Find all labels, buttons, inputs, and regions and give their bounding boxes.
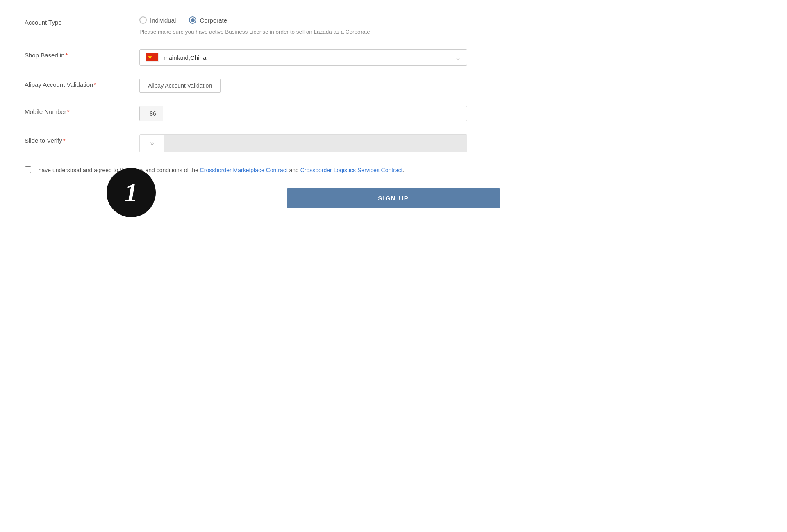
slide-verify-content: » — [139, 134, 762, 152]
mobile-input-group: +86 — [139, 106, 467, 121]
radio-individual-circle — [139, 16, 147, 24]
terms-checkbox[interactable] — [25, 166, 31, 173]
signup-button[interactable]: SIGN UP — [287, 188, 500, 208]
radio-individual[interactable]: Individual — [139, 16, 176, 24]
mobile-row: Mobile Number* +86 — [25, 106, 762, 121]
china-flag-icon — [146, 53, 159, 62]
slide-handle[interactable]: » — [140, 135, 164, 152]
shop-based-label: Shop Based in* — [25, 49, 139, 59]
shop-based-value: mainland,China — [164, 54, 206, 61]
alipay-required: * — [94, 81, 96, 88]
alipay-content: Alipay Account Validation — [139, 79, 762, 93]
mobile-input[interactable] — [163, 106, 467, 121]
alipay-row: Alipay Account Validation* Alipay Accoun… — [25, 79, 762, 93]
slide-arrow-icon: » — [150, 140, 154, 147]
alipay-label: Alipay Account Validation* — [25, 79, 139, 88]
radio-individual-label: Individual — [150, 17, 176, 24]
account-type-radio-group: Individual Corporate — [139, 16, 762, 24]
badge-1: 1 — [107, 168, 156, 217]
radio-corporate-circle — [189, 16, 196, 24]
radio-corporate[interactable]: Corporate — [189, 16, 227, 24]
slide-track — [164, 135, 467, 152]
terms-text-and: and — [288, 167, 300, 173]
shop-based-select[interactable]: mainland,China ⌄ — [139, 49, 467, 66]
mobile-content: +86 — [139, 106, 762, 121]
slide-required: * — [63, 137, 66, 144]
mobile-required: * — [67, 108, 70, 115]
terms-text-end: . — [403, 167, 405, 173]
account-type-label: Account Type — [25, 16, 139, 26]
account-type-content: Individual Corporate Please make sure yo… — [139, 16, 762, 36]
account-type-row: Account Type Individual Corporate Please… — [25, 16, 762, 36]
shop-based-required: * — [66, 52, 68, 59]
slide-verify-label: Slide to Verify* — [25, 134, 139, 144]
slide-verify-widget[interactable]: » — [139, 134, 467, 152]
alipay-button[interactable]: Alipay Account Validation — [139, 79, 221, 93]
terms-link-marketplace[interactable]: Crossborder Marketplace Contract — [200, 167, 288, 173]
shop-based-content: mainland,China ⌄ — [139, 49, 762, 66]
mobile-prefix: +86 — [140, 106, 163, 121]
slide-verify-row: Slide to Verify* » — [25, 134, 762, 152]
shop-based-select-inner: mainland,China — [146, 53, 206, 62]
terms-text: I have understood and agreed to the term… — [35, 166, 404, 175]
chevron-down-icon: ⌄ — [455, 53, 461, 62]
mobile-label: Mobile Number* — [25, 106, 139, 115]
shop-based-row: Shop Based in* mainland,China ⌄ — [25, 49, 762, 66]
terms-link-logistics[interactable]: Crossborder Logistics Services Contract — [300, 167, 403, 173]
corporate-notice: Please make sure you have active Busines… — [139, 28, 762, 36]
radio-corporate-label: Corporate — [200, 17, 227, 24]
